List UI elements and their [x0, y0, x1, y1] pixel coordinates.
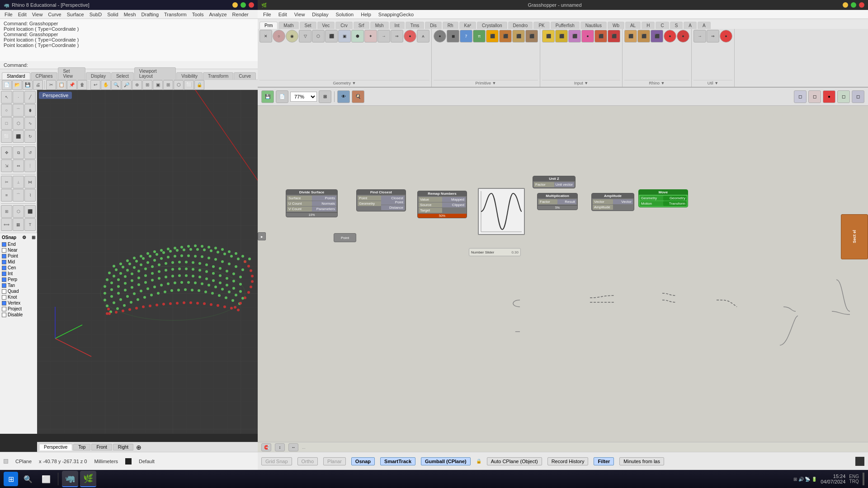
lt-text-btn[interactable]: T — [24, 218, 36, 231]
lt-trim-btn[interactable]: ✂ — [1, 176, 12, 188]
gh-node-remap[interactable]: Remap Numbers Value Source Target Mapped… — [417, 191, 467, 218]
gh-btn-prim-3[interactable]: 7 — [460, 30, 472, 42]
lt-copy2-btn[interactable]: ⧉ — [13, 146, 24, 159]
rhino-tab-display[interactable]: Display — [86, 72, 111, 80]
rhino-menu-mesh[interactable]: Mesh — [121, 12, 139, 17]
taskbar-widgets[interactable]: ⬜ — [38, 471, 54, 487]
gh-canvas-right-5[interactable]: ◻ — [852, 90, 864, 103]
gh-status-autoplane[interactable]: Auto CPlane (Object) — [487, 457, 542, 465]
rhino-maximize-btn[interactable] — [241, 2, 246, 8]
gh-node-amplitude[interactable]: Amplitude Vector Amplitude Vector — [591, 193, 634, 211]
osnap-item-vertex[interactable]: Vertex — [2, 300, 35, 305]
osnap-item-knot[interactable]: Knot — [2, 295, 35, 300]
gh-status-gridsnap[interactable]: Grid Snap — [261, 457, 292, 465]
gh-btn-prim-4[interactable]: π — [473, 30, 486, 42]
gh-node-unitz[interactable]: Unit Z Factor Unit vector — [533, 176, 576, 188]
gh-btn-input-5[interactable]: ⬛ — [594, 30, 607, 42]
gh-canvas-right-2[interactable]: ◻ — [808, 90, 821, 103]
gh-btn-rhino-4[interactable]: ● — [664, 30, 676, 42]
gh-status-minutes[interactable]: Minutes from las — [619, 457, 664, 465]
gh-btn-prim-5[interactable]: ⬛ — [486, 30, 499, 42]
gh-menu-solution[interactable]: Solution — [332, 10, 357, 19]
rhino-menu-tools[interactable]: Tools — [189, 12, 207, 17]
osnap-perp-checkbox[interactable] — [2, 277, 6, 282]
gh-node-left-panel[interactable]: ▶ — [258, 232, 266, 240]
gh-status-ortho[interactable]: Ortho — [297, 457, 318, 465]
tb-grid[interactable]: ⊞ — [163, 80, 173, 90]
lt-join-btn[interactable]: ⋈ — [24, 176, 36, 188]
gh-node-divide-surface[interactable]: Divide Surface Surface U Count V Count P… — [286, 189, 338, 217]
rhino-menu-solid[interactable]: Solid — [104, 12, 121, 17]
gh-node-find-closest[interactable]: Find Closest Point Geometry Closest Poin… — [356, 189, 406, 211]
lt-arc-btn[interactable]: ⌒ — [13, 104, 24, 117]
gh-btn-prim-6[interactable]: ⬛ — [499, 30, 512, 42]
lt-surface-btn[interactable]: ⬜ — [1, 130, 12, 143]
tb-lock[interactable]: 🔒 — [194, 80, 204, 90]
lt-ellipse-btn[interactable]: ⬮ — [24, 104, 36, 117]
show-desktop-btn[interactable] — [863, 473, 864, 485]
vp-tab-perspective[interactable]: Perspective — [39, 444, 72, 450]
rhino-menu-subd[interactable]: SubD — [87, 12, 105, 17]
gh-btn-geom-4[interactable]: ▽ — [299, 30, 311, 42]
osnap-item-tan[interactable]: Tan — [2, 283, 35, 288]
osnap-cen-checkbox[interactable] — [2, 266, 6, 270]
rhino-menu-file[interactable]: File — [2, 12, 15, 17]
gh-tab-vec[interactable]: Vec — [317, 22, 335, 29]
rhino-menu-surface[interactable]: Surface — [64, 12, 87, 17]
rhino-tab-curve[interactable]: Curve — [234, 72, 256, 80]
gh-btn-geom-13[interactable]: A — [417, 30, 429, 42]
osnap-vertex-checkbox[interactable] — [2, 301, 6, 305]
rhino-tab-transform[interactable]: Transform — [203, 72, 233, 80]
osnap-knot-checkbox[interactable] — [2, 295, 6, 300]
osnap-quad-checkbox[interactable] — [2, 289, 6, 294]
rhino-menu-transform[interactable]: Transform — [161, 12, 189, 17]
gh-menu-edit[interactable]: Edit — [275, 10, 291, 19]
gh-status-filter[interactable]: Filter — [594, 457, 614, 465]
gh-bottom-nav1-btn[interactable]: ↕ — [275, 443, 285, 451]
gh-node-number-slider[interactable]: Number Slider 0.30 — [469, 248, 521, 256]
gh-btn-input-2[interactable]: ⬛ — [555, 30, 568, 42]
rhino-menu-curve[interactable]: Curve — [45, 12, 64, 17]
gh-zoom-select[interactable]: 77% 50% 100% — [290, 92, 317, 102]
lt-scale-btn[interactable]: ⇲ — [1, 160, 12, 172]
gh-canvas-bake-btn[interactable]: 🍳 — [352, 90, 364, 103]
gh-status-osnap[interactable]: Osnap — [351, 457, 375, 465]
taskbar-search[interactable]: 🔍 — [20, 471, 36, 487]
tb-copy[interactable]: 📋 — [57, 80, 66, 90]
osnap-mid-checkbox[interactable] — [2, 260, 6, 264]
rhino-viewport[interactable]: Perspective — [37, 90, 258, 434]
tb-sel-all[interactable]: ⬜ — [184, 80, 194, 90]
gh-tab-a2[interactable]: A — [698, 22, 711, 29]
gh-btn-geom-5[interactable]: ⬡ — [312, 30, 325, 42]
rhino-close-btn[interactable] — [249, 2, 254, 8]
gh-btn-geom-3[interactable]: ◉ — [286, 30, 298, 42]
gh-btn-geom-6[interactable]: ⬛ — [325, 30, 338, 42]
gh-btn-util-3[interactable]: ● — [720, 30, 732, 42]
tb-zoom-in[interactable]: 🔍 — [111, 80, 121, 90]
gh-tab-msh[interactable]: Msh — [370, 22, 389, 29]
osnap-tan-checkbox[interactable] — [2, 283, 6, 288]
osnap-near-checkbox[interactable] — [2, 248, 6, 253]
tb-zoom-win[interactable]: ▣ — [153, 80, 163, 90]
gh-tab-trns[interactable]: Trns — [406, 22, 425, 29]
rhino-tab-standard[interactable]: Standard — [2, 72, 30, 80]
gh-btn-geom-2[interactable]: ○ — [273, 30, 285, 42]
gh-tab-al[interactable]: AL — [625, 22, 641, 29]
gh-bottom-nav2-btn[interactable]: ↔ — [288, 443, 298, 451]
osnap-item-quad[interactable]: Quad — [2, 289, 35, 294]
lt-offset-btn[interactable]: ≡ — [1, 189, 12, 202]
gh-canvas-right-3[interactable]: ● — [823, 90, 835, 103]
gh-tab-set[interactable]: Set — [300, 22, 316, 29]
tb-zoom-ext[interactable]: ⊞ — [142, 80, 152, 90]
tb-undo[interactable]: ↩ — [90, 80, 100, 90]
lt-revolve-btn[interactable]: ↻ — [24, 130, 36, 143]
gh-btn-geom-8[interactable]: ⬢ — [351, 30, 364, 42]
gh-tab-pk[interactable]: PK — [533, 22, 549, 29]
gh-node-point[interactable]: Point — [334, 233, 356, 242]
rhino-minimize-btn[interactable] — [232, 2, 238, 8]
rhino-menu-analyze[interactable]: Analyze — [206, 12, 229, 17]
gh-btn-rhino-5[interactable]: ● — [677, 30, 689, 42]
start-button[interactable]: ⊞ — [4, 472, 18, 486]
lt-poly-btn[interactable]: ⬡ — [13, 117, 24, 130]
tb-print[interactable]: 🖨 — [33, 80, 43, 90]
